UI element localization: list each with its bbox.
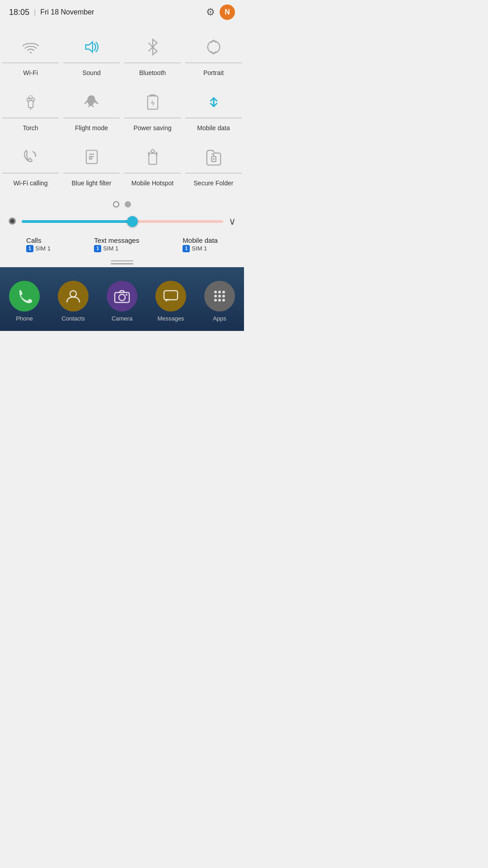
calls-sim-badge: 1: [26, 245, 33, 252]
calls-label: Calls: [26, 236, 41, 244]
mobile-hotspot-label: Mobile Hotspot: [131, 179, 174, 187]
mobile-data-label: Mobile data: [197, 124, 230, 132]
contacts-icon-bg: [58, 281, 89, 311]
svg-point-25: [218, 299, 221, 302]
home-app-apps[interactable]: Apps: [204, 281, 235, 322]
data-sim-item: Mobile data 1 SIM 1: [183, 236, 218, 252]
time-display: 18:05: [9, 8, 29, 17]
wifi-icon-wrap: [2, 36, 59, 63]
qs-secure-folder[interactable]: Secure Folder: [183, 138, 244, 193]
qs-row-2: Torch Flight mode Power saving: [0, 83, 244, 138]
sound-icon: [83, 38, 100, 56]
qs-sound[interactable]: Sound: [61, 28, 122, 83]
qs-wifi[interactable]: Wi-Fi: [0, 28, 61, 83]
sound-icon-wrap: [63, 36, 120, 63]
brightness-track: [22, 220, 223, 223]
drag-lines: [111, 260, 133, 264]
qs-power-saving[interactable]: Power saving: [122, 83, 183, 138]
flight-icon-wrap: [63, 91, 120, 118]
torch-icon: [22, 94, 39, 111]
bluetooth-icon-wrap: [124, 36, 181, 63]
notification-badge[interactable]: N: [220, 5, 235, 20]
home-app-messages[interactable]: Messages: [155, 281, 186, 322]
secure-folder-icon-wrap: [185, 146, 242, 174]
flight-icon: [83, 94, 100, 111]
blue-light-filter-label: Blue light filter: [72, 179, 112, 187]
home-app-contacts[interactable]: Contacts: [58, 281, 89, 322]
portrait-label: Portrait: [203, 69, 224, 77]
power-saving-icon: [144, 94, 161, 111]
calls-sim-text: SIM 1: [35, 245, 51, 252]
sms-label: Text messages: [94, 236, 139, 244]
secure-folder-label: Secure Folder: [194, 179, 234, 187]
camera-icon: [114, 288, 130, 304]
qs-bluetooth[interactable]: Bluetooth: [122, 28, 183, 83]
qs-flight-mode[interactable]: Flight mode: [61, 83, 122, 138]
svg-text:B: B: [89, 155, 92, 161]
sound-label: Sound: [82, 69, 100, 77]
drag-handle[interactable]: [0, 256, 244, 267]
svg-point-18: [214, 291, 217, 293]
sms-sim-badge: 1: [94, 245, 101, 252]
calls-sim-val: 1 SIM 1: [26, 245, 51, 252]
status-divider: |: [34, 8, 36, 16]
qs-torch[interactable]: Torch: [0, 83, 61, 138]
svg-point-10: [151, 150, 154, 153]
svg-point-13: [70, 291, 76, 297]
svg-point-22: [218, 295, 221, 297]
wifi-label: Wi-Fi: [23, 69, 38, 77]
qs-mobile-data[interactable]: Mobile data: [183, 83, 244, 138]
data-sim-label: Mobile data: [183, 236, 218, 244]
camera-label: Camera: [112, 315, 132, 322]
hotspot-icon-wrap: [124, 146, 181, 174]
svg-point-0: [30, 52, 32, 53]
power-saving-icon-wrap: [124, 91, 181, 118]
mobile-data-icon-wrap: [185, 91, 242, 118]
phone-icon: [16, 288, 33, 304]
page-dot-2[interactable]: [125, 201, 131, 208]
apps-label: Apps: [213, 315, 226, 322]
portrait-icon: [205, 38, 222, 56]
wifi-calling-label: Wi-Fi calling: [13, 179, 47, 187]
messages-label: Messages: [157, 315, 184, 322]
qs-mobile-hotspot[interactable]: Mobile Hotspot: [122, 138, 183, 193]
quick-settings-panel: Wi-Fi Sound Bluetooth: [0, 24, 244, 194]
apps-icon: [211, 288, 228, 304]
calls-sim-item: Calls 1 SIM 1: [26, 236, 51, 252]
svg-point-16: [126, 294, 127, 296]
svg-marker-1: [85, 42, 92, 52]
phone-label: Phone: [16, 315, 33, 322]
page-dots: [0, 194, 244, 212]
sms-sim-text: SIM 1: [103, 245, 118, 252]
page-dot-1[interactable]: [113, 201, 119, 208]
blue-light-filter-icon: B: [83, 149, 100, 166]
bluetooth-icon: [144, 38, 161, 56]
messages-icon: [163, 288, 179, 304]
qs-blue-light-filter[interactable]: B Blue light filter: [61, 138, 122, 193]
svg-rect-2: [28, 101, 33, 108]
brightness-thumb[interactable]: [127, 216, 138, 227]
homescreen-dock: Phone Contacts Camera: [0, 267, 244, 331]
data-sim-badge: 1: [183, 245, 190, 252]
brightness-expand-icon[interactable]: ∨: [229, 216, 236, 227]
secure-folder-icon: [205, 149, 222, 166]
blue-light-icon-wrap: B: [63, 146, 120, 174]
settings-icon[interactable]: ⚙: [206, 6, 215, 18]
status-bar: 18:05 | Fri 18 November ⚙ N: [0, 0, 244, 24]
svg-rect-9: [149, 154, 156, 165]
home-app-camera[interactable]: Camera: [107, 281, 137, 322]
flight-mode-label: Flight mode: [75, 124, 108, 132]
phone-icon-bg: [9, 281, 40, 311]
torch-label: Torch: [23, 124, 38, 132]
wifi-calling-icon-wrap: [2, 146, 59, 174]
camera-icon-bg: [107, 281, 137, 311]
brightness-slider[interactable]: [22, 218, 223, 225]
status-left: 18:05 | Fri 18 November: [9, 8, 94, 17]
qs-portrait[interactable]: Portrait: [183, 28, 244, 83]
qs-wifi-calling[interactable]: Wi-Fi calling: [0, 138, 61, 193]
home-app-phone[interactable]: Phone: [9, 281, 40, 322]
svg-point-15: [119, 294, 125, 301]
hotspot-icon: [144, 149, 161, 166]
data-sim-text: SIM 1: [192, 245, 207, 252]
brightness-row: ✺ ∨: [0, 212, 244, 231]
